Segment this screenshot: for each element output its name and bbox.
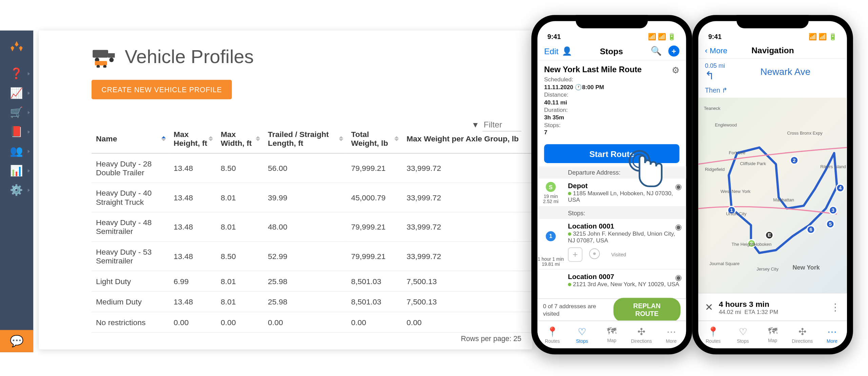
address-count: 0 of 7 addresses are visited bbox=[543, 303, 613, 317]
wheel-icon: ◉ bbox=[675, 182, 682, 191]
table-row[interactable]: Light Duty6.998.0125.988,501.037,500.13 bbox=[92, 271, 546, 292]
table-row[interactable]: No restrictions0.000.000.000.000.00 bbox=[92, 312, 546, 333]
table-row[interactable]: Heavy Duty - 48 Semitrailer13.488.0148.0… bbox=[92, 212, 546, 242]
bottom-tabs: 📍Routes ♡Stops 🗺Map ✣Directions ⋯More bbox=[537, 320, 686, 348]
main-panel: Vehicle Profiles CREATE NEW VEHICLE PROF… bbox=[39, 31, 533, 350]
stop-1[interactable]: ◉ Location 0001 3215 John F. Kennedy Blv… bbox=[537, 219, 686, 270]
tab-map[interactable]: 🗺Map bbox=[758, 321, 788, 348]
svg-rect-0 bbox=[93, 50, 108, 57]
logo[interactable] bbox=[0, 31, 33, 64]
phone-navigation-mockup: 9:41 📶📶🔋 ‹ More Navigation 0.05 mi ↰ New… bbox=[692, 15, 853, 354]
col-total-weight[interactable]: Total Weight, lb bbox=[347, 124, 402, 153]
map[interactable]: S E 1 2 3 4 5 6 Teaneck Englewood Fort L… bbox=[698, 98, 847, 314]
nav-title: Stops bbox=[600, 46, 623, 56]
stops-label: Stops: bbox=[537, 207, 686, 219]
tab-directions[interactable]: ✣Directions bbox=[627, 321, 656, 348]
table-row[interactable]: Heavy Duty - 28 Double Trailer13.488.505… bbox=[92, 153, 546, 183]
vehicle-icon bbox=[92, 46, 118, 67]
summary-sub: 44.02 mi ETA 1:32 PM bbox=[719, 308, 778, 315]
add-note-button[interactable]: + bbox=[568, 248, 583, 262]
vehicle-profiles-table: Name Max Height, ft Max Width, ft Traile… bbox=[92, 124, 546, 333]
wheel-icon: ◉ bbox=[675, 273, 682, 282]
turn-then: Then ↱ bbox=[698, 85, 847, 98]
col-axle-weight[interactable]: Max Weight per Axle Group, lb bbox=[402, 124, 546, 153]
svg-rect-1 bbox=[108, 53, 115, 57]
tab-stops[interactable]: ♡Stops bbox=[728, 321, 758, 348]
tab-routes[interactable]: 📍Routes bbox=[698, 321, 728, 348]
tab-directions[interactable]: ✣Directions bbox=[787, 321, 817, 348]
table-row[interactable]: Heavy Duty - 53 Semitrailer13.488.5052.9… bbox=[92, 241, 546, 271]
bottom-tabs: 📍Routes ♡Stops 🗺Map ✣Directions ⋯More bbox=[698, 320, 847, 348]
svg-point-3 bbox=[109, 57, 114, 62]
rows-per-page[interactable]: Rows per page: 25 bbox=[461, 334, 521, 343]
user-icon: 👤 bbox=[562, 46, 572, 56]
summary-more-icon[interactable]: ⋮ bbox=[830, 301, 840, 313]
close-summary-button[interactable]: ✕ bbox=[705, 301, 713, 313]
route-settings-icon[interactable]: ⚙ bbox=[672, 65, 679, 75]
sidebar-item-analytics[interactable]: 📊 bbox=[0, 161, 33, 180]
sidebar-item-team[interactable]: 👥 bbox=[0, 141, 33, 161]
col-max-width[interactable]: Max Width, ft bbox=[216, 124, 263, 153]
sidebar-item-addressbook[interactable]: 📕 bbox=[0, 122, 33, 141]
replan-route-button[interactable]: REPLAN ROUTE bbox=[613, 298, 681, 322]
summary-duration: 4 hours 3 min bbox=[719, 299, 778, 308]
table-row[interactable]: Medium Duty13.488.0125.988,501.037,500.1… bbox=[92, 292, 546, 312]
tab-map[interactable]: 🗺Map bbox=[597, 321, 627, 348]
sidebar-item-routes[interactable]: 📈 bbox=[0, 83, 33, 102]
svg-rect-4 bbox=[95, 61, 107, 65]
tab-stops[interactable]: ♡Stops bbox=[567, 321, 597, 348]
route-title: New York Last Mile Route bbox=[544, 65, 679, 74]
col-max-height[interactable]: Max Height, ft bbox=[169, 124, 216, 153]
tab-more[interactable]: ⋯More bbox=[817, 321, 847, 348]
fingerprint-icon[interactable]: ☉ bbox=[588, 246, 606, 263]
route-metadata: Scheduled: 11.11.2020 🕐8:00 PM Distance:… bbox=[544, 76, 679, 137]
turn-instruction: 0.05 mi ↰ Newark Ave bbox=[698, 59, 847, 85]
stop-7[interactable]: ◉ Location 0007 2121 3rd Ave, New York, … bbox=[537, 270, 686, 291]
create-vehicle-profile-button[interactable]: CREATE NEW VEHICLE PROFILE bbox=[92, 80, 232, 99]
phone-stops-mockup: 9:41 📶📶🔋 Edit 👤 Stops 🔍 + New York Last … bbox=[531, 15, 692, 354]
sidebar-item-help[interactable]: ❓ bbox=[0, 64, 33, 83]
table-row[interactable]: Heavy Duty - 40 Straight Truck13.488.013… bbox=[92, 183, 546, 212]
edit-button[interactable]: Edit 👤 bbox=[544, 46, 572, 56]
nav-title: Navigation bbox=[705, 45, 840, 55]
page-title: Vehicle Profiles bbox=[125, 46, 254, 68]
add-button[interactable]: + bbox=[668, 45, 679, 57]
chat-button[interactable]: 💬 bbox=[0, 330, 33, 352]
sidebar-item-orders[interactable]: 🛒 bbox=[0, 103, 33, 122]
tab-routes[interactable]: 📍Routes bbox=[537, 321, 567, 348]
hand-pointer-icon bbox=[628, 150, 667, 194]
wheel-icon: ◉ bbox=[675, 222, 682, 231]
sidebar: ❓ 📈 🛒 📕 👥 📊 ⚙️ 💬 bbox=[0, 31, 33, 352]
sidebar-item-settings[interactable]: ⚙️ bbox=[0, 180, 33, 200]
search-icon[interactable]: 🔍 bbox=[651, 45, 662, 57]
tab-more[interactable]: ⋯More bbox=[656, 321, 686, 348]
col-length[interactable]: Trailed / Straight Length, ft bbox=[263, 124, 347, 153]
col-name[interactable]: Name bbox=[92, 124, 169, 153]
